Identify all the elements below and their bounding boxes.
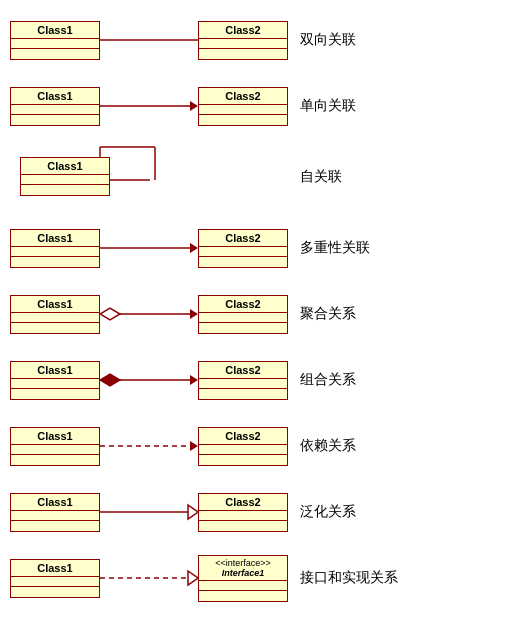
classes-area-aggregation: Class1 Class2 [10,294,290,334]
row-dependency: Class1 Class2 依赖关系 [10,416,496,476]
class-attr [11,389,99,399]
label-dependency: 依赖关系 [290,437,450,455]
classes-area-multiplicity: Class1 Class2 [10,228,290,268]
class-box-2-composition: Class2 [198,361,288,400]
class-attr [199,313,287,323]
connector-bidirectional [100,20,198,60]
class-attr [199,445,287,455]
class-box-1-realization: Class1 [10,559,100,598]
class-box-2-multiplicity: Class2 [198,229,288,268]
class-box-2-bidirectional: Class2 [198,21,288,60]
class-name-2-unidirectional: Class2 [199,88,287,105]
class-attr [11,247,99,257]
svg-marker-2 [190,101,198,111]
classes-area-unidirectional: Class1 Class2 [10,86,290,126]
connector-aggregation [100,294,198,334]
connector-dependency [100,426,198,466]
label-realization: 接口和实现关系 [290,569,450,587]
class-attr [199,389,287,399]
class-name-1-self: Class1 [21,158,109,175]
class-box-2-aggregation: Class2 [198,295,288,334]
class-attr [11,49,99,59]
svg-marker-10 [100,308,120,320]
svg-marker-9 [190,243,198,253]
class-attr [199,257,287,267]
row-multiplicity: Class1 Class2 多重性关联 [10,218,496,278]
class-attr [21,175,109,185]
class-name-2-realization: <<interface>> Interface1 [199,556,287,581]
class-box-1-bidirectional: Class1 [10,21,100,60]
class-name-2-multiplicity: Class2 [199,230,287,247]
class-attr [11,313,99,323]
class-attr [11,257,99,267]
class-attr [199,379,287,389]
label-aggregation: 聚合关系 [290,305,450,323]
connector-generalization [100,492,198,532]
class-name-2-aggregation: Class2 [199,296,287,313]
class-name-2-generalization: Class2 [199,494,287,511]
class-box-2-realization: <<interface>> Interface1 [198,555,288,602]
label-self: 自关联 [290,168,450,186]
class-box-1-unidirectional: Class1 [10,87,100,126]
label-multiplicity: 多重性关联 [290,239,450,257]
connector-realization [100,558,198,598]
connector-multiplicity [100,228,198,268]
class-attr [199,115,287,125]
class-name-1-multiplicity: Class1 [11,230,99,247]
connector-composition [100,360,198,400]
classes-area-bidirectional: Class1 Class2 [10,20,290,60]
class-box-1-multiplicity: Class1 [10,229,100,268]
class-name-1-aggregation: Class1 [11,296,99,313]
classes-area-composition: Class1 Class2 [10,360,290,400]
class-attr [11,323,99,333]
class-attr [199,49,287,59]
class-box-1-generalization: Class1 [10,493,100,532]
row-generalization: Class1 Class2 泛化关系 [10,482,496,542]
classes-area-self: Class1 [10,142,290,212]
interface-stereotype: <<interface>> [203,558,283,568]
svg-marker-17 [190,441,198,451]
classes-area-realization: Class1 <<interface>> Interface1 [10,555,290,602]
classes-area-generalization: Class1 Class2 [10,492,290,532]
class-box-2-unidirectional: Class2 [198,87,288,126]
class-attr [11,105,99,115]
class-attr [21,185,109,195]
class-attr [199,581,287,591]
class-attr [199,455,287,465]
class-box-2-dependency: Class2 [198,427,288,466]
class-attr [199,511,287,521]
class-attr [11,115,99,125]
svg-marker-19 [188,505,198,519]
class-name-1-generalization: Class1 [11,494,99,511]
label-unidirectional: 单向关联 [290,97,450,115]
class-attr [11,455,99,465]
svg-marker-15 [190,375,198,385]
class-name-2-composition: Class2 [199,362,287,379]
svg-marker-13 [100,374,120,386]
class-attr [11,379,99,389]
class-name-2-dependency: Class2 [199,428,287,445]
label-generalization: 泛化关系 [290,503,450,521]
class-name-1-bidirectional: Class1 [11,22,99,39]
class-name-1-dependency: Class1 [11,428,99,445]
class-box-1-aggregation: Class1 [10,295,100,334]
svg-marker-12 [190,309,198,319]
class-attr [11,511,99,521]
class-name-2-bidirectional: Class2 [199,22,287,39]
diagram-container: Class1 Class2 双向关联 Class1 [10,10,496,608]
class-attr [11,521,99,531]
class-box-1-dependency: Class1 [10,427,100,466]
row-realization: Class1 <<interface>> Interface1 接口和实现关系 [10,548,496,608]
class-attr [11,587,99,597]
row-bidirectional: Class1 Class2 双向关联 [10,10,496,70]
class-attr [11,577,99,587]
class-attr [199,521,287,531]
class-attr [199,247,287,257]
class-attr [11,445,99,455]
class-attr [199,591,287,601]
classes-area-dependency: Class1 Class2 [10,426,290,466]
class-name-1-realization: Class1 [11,560,99,577]
class-attr [11,39,99,49]
class-name-1-composition: Class1 [11,362,99,379]
row-aggregation: Class1 Class2 聚合关系 [10,284,496,344]
